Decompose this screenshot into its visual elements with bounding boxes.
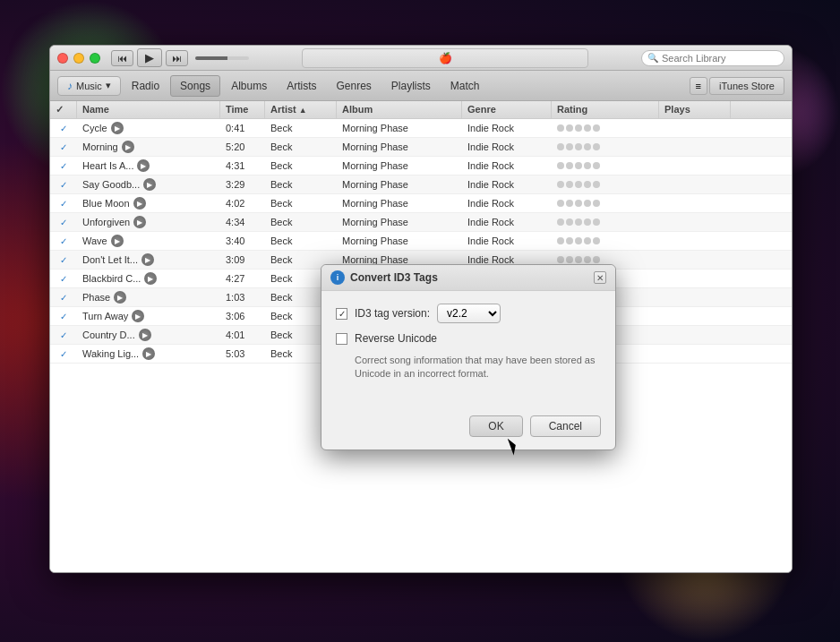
ok-button[interactable]: OK <box>469 415 522 437</box>
dialog-title-bar: i Convert ID3 Tags ✕ <box>321 265 615 291</box>
reverse-unicode-label: Reverse Unicode <box>355 332 437 345</box>
id3-version-select-wrap: v2.2 v2.3 v2.4 <box>437 304 501 323</box>
dialog-buttons: OK Cancel <box>321 408 615 449</box>
reverse-unicode-checkbox[interactable] <box>336 333 347 345</box>
id3-version-checkbox[interactable]: ✓ <box>336 308 347 320</box>
cancel-button[interactable]: Cancel <box>530 415 601 437</box>
dialog-hint-text: Correct song information that may have b… <box>355 354 601 381</box>
id3-version-select[interactable]: v2.2 v2.3 v2.4 <box>437 304 501 323</box>
dialog-title-text: Convert ID3 Tags <box>350 271 438 284</box>
dialog-close-button[interactable]: ✕ <box>594 271 606 284</box>
dialog-overlay: i Convert ID3 Tags ✕ ✓ ID3 tag version: … <box>0 0 840 642</box>
dialog-title: i Convert ID3 Tags <box>330 270 438 285</box>
convert-id3-dialog: i Convert ID3 Tags ✕ ✓ ID3 tag version: … <box>321 264 616 450</box>
id3-version-label: ID3 tag version: <box>355 307 430 320</box>
reverse-unicode-row: Reverse Unicode <box>336 332 601 345</box>
dialog-body: ✓ ID3 tag version: v2.2 v2.3 v2.4 Revers… <box>321 291 615 408</box>
id3-icon: i <box>330 270 345 285</box>
id3-version-row: ✓ ID3 tag version: v2.2 v2.3 v2.4 <box>336 304 601 323</box>
